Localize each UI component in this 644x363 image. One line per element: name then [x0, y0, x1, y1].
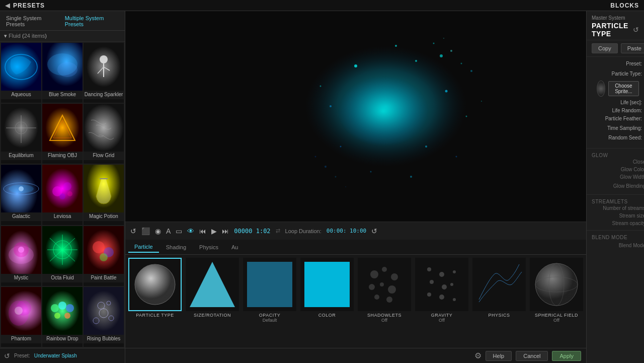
svg-point-83 — [453, 270, 456, 273]
blend-mode-section: Blend Mode — [587, 233, 644, 241]
copy-button[interactable]: Copy — [592, 43, 618, 53]
svg-marker-10 — [50, 115, 75, 140]
sprite-row: Choose Sprite... — [592, 81, 639, 97]
preset-thumb-paintbattle — [84, 226, 124, 274]
list-item[interactable]: Leviosa — [42, 165, 83, 225]
bottom-preset-bar: ↺ Preset: Underwater Splash — [0, 348, 125, 363]
module-shadowlets-img — [358, 258, 411, 311]
preset-label: Equilibrium — [1, 152, 41, 160]
preset-thumb-phantom — [1, 287, 41, 335]
reset-button[interactable]: ↺ — [130, 227, 136, 235]
eye-button[interactable]: 👁 — [187, 227, 194, 235]
right-panel: Master System PARTICLE TYPE ↺ Copy Paste… — [586, 11, 644, 363]
preset-label: Dancing Sparkler — [84, 91, 124, 99]
play-button[interactable]: ▶ — [211, 227, 217, 235]
module-label: COLOR — [318, 313, 336, 318]
settings-icon[interactable]: ⚙ — [474, 351, 481, 360]
list-item[interactable]: Blue Smoke — [42, 43, 83, 103]
camera-button[interactable]: ⬛ — [141, 227, 150, 235]
tab-single-system[interactable]: Single System Presets — [4, 14, 59, 28]
module-shadowlets[interactable]: SHADOWLETS Off — [357, 258, 412, 323]
audio-button[interactable]: ◉ — [155, 227, 161, 235]
reset-icon[interactable]: ↺ — [4, 352, 10, 360]
module-sublabel: Default — [263, 318, 277, 323]
time-sampling-row: Time Sampling: Random - Loop Random Loop — [592, 124, 639, 132]
list-item[interactable]: Paint Battle — [84, 226, 124, 286]
tab-multiple-system[interactable]: Multiple System Presets — [63, 14, 121, 28]
preset-label: Flaming OBJ — [42, 152, 83, 160]
monitor-button[interactable]: ▭ — [176, 227, 182, 235]
svg-point-73 — [370, 270, 378, 278]
preset-label: Mystic — [1, 274, 41, 282]
list-item[interactable]: Aqueous — [1, 43, 41, 103]
list-item[interactable]: Galactic — [1, 165, 41, 225]
svg-point-66 — [345, 186, 346, 187]
help-button[interactable]: Help — [486, 351, 512, 361]
back-icon[interactable]: ◀ — [5, 2, 10, 9]
module-gravity[interactable]: GRAVITY Off — [414, 258, 469, 323]
prev-button[interactable]: ⏮ — [199, 227, 206, 235]
preset-thumb-leviosa — [42, 165, 83, 212]
svg-point-33 — [51, 304, 59, 312]
svg-point-52 — [481, 101, 482, 102]
module-label: SPHERICAL FIELD — [535, 313, 578, 318]
list-item[interactable]: Magic Potion — [84, 165, 124, 225]
tab-physics[interactable]: Physics — [193, 242, 224, 252]
tab-shading[interactable]: Shading — [160, 242, 192, 252]
life-random-label: Life Random: — [592, 108, 642, 113]
life-row: Life [sec]: 2.0 — [592, 100, 639, 105]
module-physics-img — [472, 258, 526, 311]
list-item[interactable]: Flow Grid — [84, 104, 124, 164]
master-system-label: Master System — [592, 15, 639, 21]
random-seed-label: Random Seed: — [592, 135, 642, 140]
module-size-rotation[interactable]: SIZE/ROTATION — [185, 258, 240, 318]
text-button[interactable]: A — [166, 227, 171, 235]
center-area: ↺ ⬛ ◉ A ▭ 👁 ⏮ ▶ ⏭ 00000 1:02 ⇄ Loop Dura… — [125, 11, 586, 363]
streamlets-section: Streamlets — [587, 197, 644, 205]
module-physics[interactable]: PHYSICS — [471, 258, 527, 318]
svg-point-37 — [64, 313, 70, 319]
refresh-icon[interactable]: ↺ — [633, 26, 639, 34]
module-color[interactable]: COLOR — [299, 258, 355, 318]
right-actions: Copy Paste — [587, 40, 644, 57]
svg-point-2 — [57, 62, 77, 77]
module-label: SHADOWLETS — [367, 313, 401, 318]
list-item[interactable]: Equilibrium — [1, 104, 41, 164]
loop-reset-button[interactable]: ↺ — [371, 227, 377, 235]
svg-point-32 — [15, 307, 23, 315]
apply-button[interactable]: Apply — [552, 351, 581, 361]
module-sublabel: Off — [553, 318, 559, 323]
list-item[interactable]: Phantom — [1, 287, 41, 347]
list-item[interactable]: Flaming OBJ — [42, 104, 83, 164]
svg-point-61 — [470, 70, 472, 72]
list-item[interactable]: Mystic — [1, 226, 41, 286]
module-label: PARTICLE TYPE — [136, 313, 174, 318]
cancel-button[interactable]: Cancel — [516, 351, 548, 361]
particle-type-field-label: Particle Type: — [592, 71, 642, 77]
svg-point-63 — [443, 38, 444, 39]
module-color-img — [300, 258, 354, 311]
next-button[interactable]: ⏭ — [222, 227, 229, 235]
left-panel: Single System Presets Multiple System Pr… — [0, 11, 125, 363]
num-streams-row: Number of streams: 7 — [587, 205, 644, 211]
choose-sprite-button[interactable]: Choose Sprite... — [608, 81, 639, 96]
random-seed-row: Random Seed: 1 — [592, 135, 639, 140]
svg-point-38 — [93, 318, 99, 324]
tab-particle[interactable]: Particle — [128, 242, 159, 253]
list-item[interactable]: Dancing Sparkler — [84, 43, 124, 103]
list-item[interactable]: Rising Bubbles — [84, 287, 124, 347]
module-spherical-field[interactable]: SPHERICAL FIELD Off — [529, 258, 584, 323]
svg-point-79 — [374, 295, 379, 300]
svg-point-27 — [93, 241, 105, 253]
tab-au[interactable]: Au — [225, 242, 244, 252]
paste-button[interactable]: Paste — [621, 43, 644, 53]
blend-mode-row: Blend Mode: Screen Normal Add — [587, 241, 644, 250]
list-item[interactable]: Rainbow Drop — [42, 287, 83, 347]
svg-point-48 — [466, 116, 467, 117]
module-particle-type[interactable]: PARTICLE TYPE — [127, 258, 183, 318]
preset-label: Paint Battle — [84, 274, 124, 282]
glow-width-row: Glow Width: 100 — [587, 174, 644, 180]
svg-point-17 — [59, 193, 65, 199]
list-item[interactable]: Octa Fluid — [42, 226, 83, 286]
module-opacity[interactable]: OPACITY Default — [242, 258, 297, 323]
